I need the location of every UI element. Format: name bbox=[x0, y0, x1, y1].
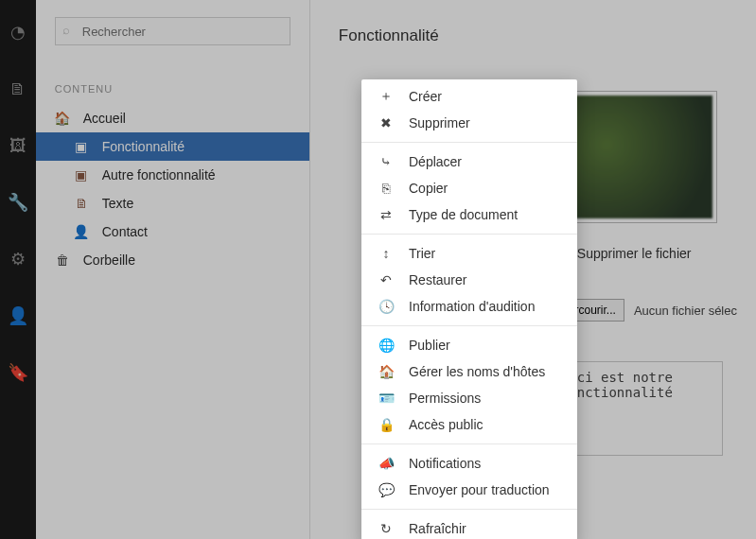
tree-label: Autre fonctionnalité bbox=[102, 167, 216, 183]
menu-label: Restaurer bbox=[409, 272, 466, 287]
menu-create[interactable]: ＋ Créer bbox=[361, 83, 577, 110]
tree-label: Contact bbox=[102, 224, 148, 239]
tree-label: Corbeille bbox=[83, 252, 135, 268]
id-icon: 🪪 bbox=[378, 391, 394, 406]
sort-icon: ↕ bbox=[378, 246, 394, 261]
copy-icon: ⎘ bbox=[378, 181, 394, 196]
menu-doctype[interactable]: ⇄ Type de document bbox=[361, 201, 577, 228]
globe-icon: 🌐 bbox=[378, 338, 394, 353]
page-title: Fonctionnalité bbox=[329, 0, 737, 62]
gear-icon[interactable]: ⚙ bbox=[9, 250, 27, 269]
menu-copy[interactable]: ⎘ Copier bbox=[361, 175, 577, 201]
menu-public[interactable]: 🔒 Accès public bbox=[361, 411, 577, 438]
tree-label: Fonctionnalité bbox=[102, 139, 185, 154]
tree-node-contact[interactable]: 👤 Contact bbox=[36, 217, 309, 246]
menu-label: Information d'audition bbox=[409, 299, 535, 314]
undo-icon: ↶ bbox=[378, 272, 394, 287]
menu-hosts[interactable]: 🏠 Gérer les noms d'hôtes bbox=[361, 358, 577, 385]
delete-file-row[interactable]: Supprimer le fichier bbox=[553, 246, 737, 261]
menu-label: Supprimer bbox=[409, 115, 470, 130]
image-preview bbox=[561, 96, 712, 218]
image-thumbnail[interactable] bbox=[556, 91, 717, 223]
home-icon: 🏠 bbox=[378, 364, 394, 379]
menu-label: Gérer les noms d'hôtes bbox=[409, 364, 545, 379]
menu-move[interactable]: ⤷ Déplacer bbox=[361, 148, 577, 175]
refresh-icon: ↻ bbox=[378, 521, 394, 536]
image-icon[interactable]: 🖼 bbox=[9, 136, 27, 155]
tree-node-trash[interactable]: 🗑 Corbeille bbox=[36, 246, 309, 274]
menu-label: Permissions bbox=[409, 391, 481, 406]
clock-icon: 🕓 bbox=[378, 299, 394, 314]
menu-notifications[interactable]: 📣 Notifications bbox=[361, 450, 577, 477]
menu-label: Envoyer pour traduction bbox=[409, 482, 550, 497]
search-input[interactable] bbox=[55, 17, 290, 45]
home-icon: 🏠 bbox=[55, 111, 70, 126]
menu-permissions[interactable]: 🪪 Permissions bbox=[361, 385, 577, 411]
trash-icon: 🗑 bbox=[55, 252, 70, 268]
avatar-icon[interactable]: ◔ bbox=[9, 23, 27, 42]
menu-refresh[interactable]: ↻ Rafraîchir bbox=[361, 515, 577, 539]
nav-rail: ◔ 🗎 🖼 🔧 ⚙ 👤 🔖 bbox=[0, 0, 36, 539]
file-status-text: Aucun fichier sélec bbox=[634, 304, 737, 318]
bookmark-icon[interactable]: 🔖 bbox=[9, 363, 27, 382]
description-textarea[interactable] bbox=[553, 361, 723, 456]
menu-label: Publier bbox=[409, 338, 450, 353]
tree-node-other-feature[interactable]: ▣ Autre fonctionnalité bbox=[36, 161, 309, 189]
context-menu: ＋ Créer ✖ Supprimer ⤷ Déplacer ⎘ Copier … bbox=[361, 79, 577, 539]
tree-node-feature[interactable]: ▣ Fonctionnalité bbox=[36, 132, 309, 161]
section-label: CONTENU bbox=[36, 55, 309, 104]
tree-node-home[interactable]: 🏠 Accueil bbox=[36, 104, 309, 132]
doc-icon: ▣ bbox=[74, 139, 89, 154]
menu-label: Créer bbox=[409, 89, 442, 104]
page-icon: 🗎 bbox=[74, 196, 89, 211]
menu-label: Trier bbox=[409, 246, 435, 261]
menu-label: Type de document bbox=[409, 207, 518, 222]
menu-label: Copier bbox=[409, 181, 448, 196]
menu-label: Notifications bbox=[409, 456, 481, 471]
lock-icon: 🔒 bbox=[378, 417, 394, 432]
menu-translate[interactable]: 💬 Envoyer pour traduction bbox=[361, 477, 577, 503]
move-icon: ⤷ bbox=[378, 154, 394, 169]
plus-icon: ＋ bbox=[378, 88, 394, 105]
delete-icon: ✖ bbox=[378, 115, 394, 130]
file-icon[interactable]: 🗎 bbox=[9, 79, 27, 98]
person-icon: 👤 bbox=[74, 224, 89, 239]
menu-label: Rafraîchir bbox=[409, 521, 466, 536]
menu-label: Déplacer bbox=[409, 154, 462, 169]
menu-audit[interactable]: 🕓 Information d'audition bbox=[361, 293, 577, 320]
swap-icon: ⇄ bbox=[378, 207, 394, 222]
wrench-icon[interactable]: 🔧 bbox=[9, 193, 27, 212]
search-icon: ⌕ bbox=[62, 23, 70, 37]
menu-delete[interactable]: ✖ Supprimer bbox=[361, 110, 577, 136]
tree-label: Texte bbox=[102, 196, 133, 211]
menu-publish[interactable]: 🌐 Publier bbox=[361, 332, 577, 358]
user-icon[interactable]: 👤 bbox=[9, 306, 27, 325]
menu-restore[interactable]: ↶ Restaurer bbox=[361, 267, 577, 293]
menu-label: Accès public bbox=[409, 417, 483, 432]
doc-icon: ▣ bbox=[74, 167, 89, 183]
menu-sort[interactable]: ↕ Trier bbox=[361, 240, 577, 267]
tree-node-text[interactable]: 🗎 Texte bbox=[36, 189, 309, 217]
megaphone-icon: 📣 bbox=[378, 456, 394, 471]
content-tree-panel: ⌕ CONTENU 🏠 Accueil ▣ Fonctionnalité ▣ A… bbox=[36, 0, 310, 539]
delete-file-label: Supprimer le fichier bbox=[577, 246, 692, 261]
tree-label: Accueil bbox=[83, 111, 126, 126]
speech-icon: 💬 bbox=[378, 482, 394, 497]
